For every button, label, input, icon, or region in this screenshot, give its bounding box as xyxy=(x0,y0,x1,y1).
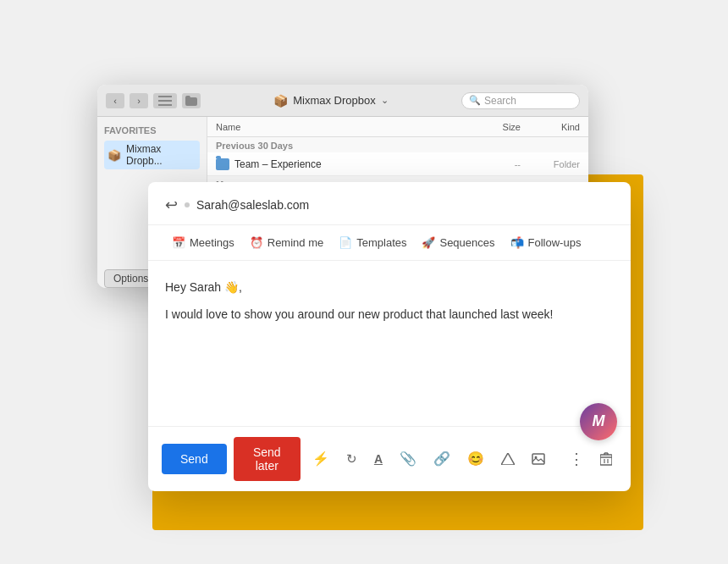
image-icon xyxy=(532,453,545,465)
search-icon: 🔍 xyxy=(469,95,481,106)
sequences-label: Sequences xyxy=(439,236,494,249)
refresh-icon: ↻ xyxy=(346,451,357,467)
drive-button[interactable] xyxy=(496,450,520,468)
compose-dot xyxy=(185,202,190,207)
followups-button[interactable]: 📬 Follow-ups xyxy=(504,232,588,253)
body-line2: I would love to show you around our new … xyxy=(165,305,614,323)
compose-body[interactable]: Hey Sarah 👋, I would love to show you ar… xyxy=(148,261,631,426)
sidebar-item-label: Mixmax Dropb... xyxy=(126,143,196,167)
mixmax-icon: 📦 xyxy=(273,94,288,108)
templates-button[interactable]: 📄 Templates xyxy=(332,232,413,253)
emoji-icon: 😊 xyxy=(467,451,484,467)
image-button[interactable] xyxy=(527,450,550,468)
favorites-label: Favorites xyxy=(104,125,200,135)
compose-to[interactable]: Sarah@saleslab.com xyxy=(196,198,614,212)
more-button[interactable]: ⋮ xyxy=(564,446,588,472)
send-button[interactable]: Send xyxy=(162,444,227,474)
mixmax-avatar: M xyxy=(580,403,617,440)
table-header: Name Size Kind xyxy=(207,117,588,137)
compose-toolbar: 📅 Meetings ⏰ Remind me 📄 Templates 🚀 Seq… xyxy=(148,225,631,261)
table-row[interactable]: Team – Experience -- Folder xyxy=(207,152,588,176)
sequences-emoji: 🚀 xyxy=(422,236,435,249)
view-button[interactable] xyxy=(153,93,177,108)
meetings-emoji: 📅 xyxy=(172,236,185,249)
col-size-header: Size xyxy=(470,122,521,132)
followups-label: Follow-ups xyxy=(528,236,582,249)
delete-button[interactable] xyxy=(595,449,617,469)
svg-rect-0 xyxy=(158,96,172,97)
svg-rect-6 xyxy=(600,455,612,465)
trash-icon xyxy=(600,452,612,466)
svg-marker-3 xyxy=(501,453,515,465)
folder-icon xyxy=(216,158,229,170)
templates-emoji: 📄 xyxy=(339,236,352,249)
back-button[interactable]: ‹ xyxy=(106,93,124,108)
col-name-header: Name xyxy=(216,122,453,132)
finder-title: 📦 Mixmax Dropbox ⌄ xyxy=(206,94,456,108)
mixmax-sidebar-icon: 📦 xyxy=(108,149,121,162)
compose-window: ↩ Sarah@saleslab.com 📅 Meetings ⏰ Remind… xyxy=(148,182,631,491)
svg-rect-2 xyxy=(158,104,172,106)
finder-search[interactable]: 🔍 Search xyxy=(461,92,580,109)
remind-emoji: ⏰ xyxy=(250,236,263,249)
meetings-button[interactable]: 📅 Meetings xyxy=(165,232,241,253)
meetings-label: Meetings xyxy=(190,236,234,249)
remind-me-button[interactable]: ⏰ Remind me xyxy=(243,232,330,253)
avatar-letter: M xyxy=(593,412,605,430)
finder-title-text: Mixmax Dropbox xyxy=(293,94,376,107)
link-button[interactable]: 🔗 xyxy=(428,447,455,470)
finder-toolbar: ‹ › 📦 Mixmax Dropbox ⌄ 🔍 Search xyxy=(97,85,588,117)
text-icon: A xyxy=(374,452,383,466)
col-kind-header: Kind xyxy=(521,122,580,132)
compose-header: ↩ Sarah@saleslab.com xyxy=(148,182,631,225)
sequences-button[interactable]: 🚀 Sequences xyxy=(415,232,501,253)
drive-icon xyxy=(501,453,515,465)
compose-footer: M Send Send later ⚡ ↻ A 📎 🔗 😊 xyxy=(148,426,631,491)
svg-rect-4 xyxy=(532,454,544,464)
bolt-icon: ⚡ xyxy=(312,451,329,467)
row-kind: Folder xyxy=(521,159,580,169)
refresh-button[interactable]: ↻ xyxy=(341,448,362,470)
body-line1: Hey Sarah 👋, xyxy=(165,278,614,296)
send-later-button[interactable]: Send later xyxy=(234,437,301,481)
reply-icon[interactable]: ↩ xyxy=(165,196,178,214)
text-format-button[interactable]: A xyxy=(369,449,388,469)
search-placeholder: Search xyxy=(484,95,516,107)
bolt-button[interactable]: ⚡ xyxy=(307,447,334,470)
svg-rect-1 xyxy=(158,100,172,102)
link-icon: 🔗 xyxy=(433,451,450,467)
folder-button[interactable] xyxy=(182,93,201,108)
row-name-text: Team – Experience xyxy=(234,158,322,170)
dropdown-chevron[interactable]: ⌄ xyxy=(381,95,389,106)
emoji-button[interactable]: 😊 xyxy=(462,447,489,470)
section-label-prev30: Previous 30 Days xyxy=(207,137,588,152)
remind-label: Remind me xyxy=(267,236,323,249)
attach-button[interactable]: 📎 xyxy=(394,447,422,470)
row-size: -- xyxy=(470,159,521,169)
more-icon: ⋮ xyxy=(569,450,583,468)
sidebar-item-mixmax[interactable]: 📦 Mixmax Dropb... xyxy=(104,141,200,169)
attach-icon: 📎 xyxy=(400,451,416,467)
forward-button[interactable]: › xyxy=(130,93,148,108)
followups-emoji: 📬 xyxy=(510,236,524,249)
templates-label: Templates xyxy=(356,236,406,249)
